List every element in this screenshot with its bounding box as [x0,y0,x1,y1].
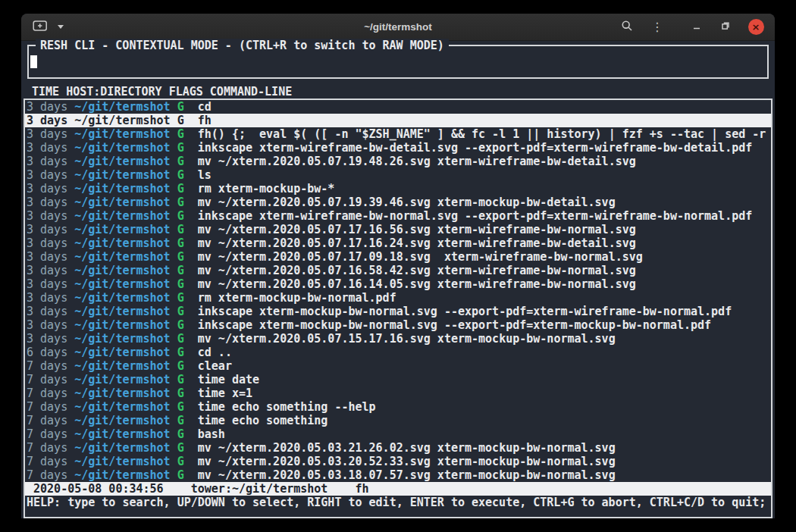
row-time: 3 days [27,182,67,196]
row-command: time echo something [198,414,328,427]
row-host-directory: ~/git/termshot [74,332,170,346]
history-row[interactable]: 3 days ~/git/termshot G inkscape xterm-m… [25,305,771,318]
row-time: 3 days [27,236,67,250]
row-time: 3 days [27,209,67,223]
history-row[interactable]: 7 days ~/git/termshot G mv ~/xterm.2020.… [25,455,771,468]
search-button[interactable] [617,17,637,37]
titlebar: ~/git/termshot ⋮ × [21,14,775,41]
row-command: rm xterm-mockup-bw-* [198,182,335,196]
history-row[interactable]: 7 days ~/git/termshot G time echo someth… [25,400,771,414]
tab-dropdown-button[interactable] [50,17,70,37]
row-time: 3 days [27,141,67,155]
history-row[interactable]: 3 days ~/git/termshot G cd [25,100,771,114]
menu-button[interactable]: ⋮ [647,17,667,37]
row-command: mv ~/xterm.2020.05.07.15.17.16.svg xterm… [198,332,616,346]
row-host-directory: ~/git/termshot [74,346,170,359]
new-tab-icon [33,20,48,34]
history-list: 3 days ~/git/termshot G cd3 days ~/git/t… [25,100,771,482]
row-host-directory: ~/git/termshot [74,359,170,373]
row-command: inkscape xterm-wireframe-bw-detail.svg -… [198,141,753,155]
row-command: mv ~/xterm.2020.05.07.16.58.42.svg xterm… [198,264,636,277]
kebab-menu-icon: ⋮ [651,21,663,33]
history-row[interactable]: 3 days ~/git/termshot G rm xterm-mockup-… [25,291,771,305]
history-row[interactable]: 3 days ~/git/termshot G mv ~/xterm.2020.… [25,196,771,209]
row-host-directory: ~/git/termshot [74,318,170,332]
row-command: time echo something --help [198,400,376,414]
row-time: 3 days [27,196,67,209]
row-host-directory: ~/git/termshot [74,168,170,182]
row-host-directory: ~/git/termshot [74,441,170,455]
row-command: inkscape xterm-mockup-bw-normal.svg --ex… [198,305,732,318]
close-icon: × [748,19,764,35]
row-host-directory: ~/git/termshot [74,427,170,441]
row-flags: G [177,155,184,168]
history-row[interactable]: 3 days ~/git/termshot G mv ~/xterm.2020.… [25,223,771,236]
row-command: fh() {; eval $( ([ -n "$ZSH_NAME" ] && f… [198,127,766,141]
row-flags: G [177,141,184,155]
history-row[interactable]: 3 days ~/git/termshot G mv ~/xterm.2020.… [25,264,771,277]
row-command: time x=1 [198,386,252,400]
row-command: inkscape xterm-wireframe-bw-normal.svg -… [198,209,753,223]
chevron-down-icon [58,25,64,29]
history-row[interactable]: 7 days ~/git/termshot G time echo someth… [25,414,771,427]
row-host-directory: ~/git/termshot [74,386,170,400]
row-flags: G [177,114,184,127]
history-row[interactable]: 3 days ~/git/termshot G mv ~/xterm.2020.… [25,277,771,291]
history-row[interactable]: 7 days ~/git/termshot G time date [25,373,771,386]
row-flags: G [177,223,184,236]
history-row[interactable]: 7 days ~/git/termshot G clear [25,359,771,373]
row-flags: G [177,414,184,427]
history-row[interactable]: 3 days ~/git/termshot G ls [25,168,771,182]
row-time: 3 days [27,264,67,277]
row-flags: G [177,441,184,455]
history-row[interactable]: 3 days ~/git/termshot G inkscape xterm-w… [25,209,771,223]
row-host-directory: ~/git/termshot [74,250,170,264]
history-row[interactable]: 3 days ~/git/termshot G fh [25,114,771,127]
row-command: fh [198,114,212,127]
row-command: mv ~/xterm.2020.05.07.19.48.26.svg xterm… [198,155,636,168]
history-row[interactable]: 3 days ~/git/termshot G inkscape xterm-w… [25,141,771,155]
row-flags: G [177,291,184,305]
close-button[interactable]: × [746,17,766,37]
resh-search-box[interactable]: RESH CLI - CONTEXTUAL MODE - (CTRL+R to … [27,45,769,79]
row-command: mv ~/xterm.2020.05.03.20.52.33.svg xterm… [198,455,616,468]
row-host-directory: ~/git/termshot [74,182,170,196]
history-row[interactable]: 3 days ~/git/termshot G fh() {; eval $( … [25,127,771,141]
row-time: 7 days [27,386,67,400]
restore-button[interactable] [716,17,735,37]
row-flags: G [177,386,184,400]
history-row[interactable]: 6 days ~/git/termshot G cd .. [25,346,771,359]
row-flags: G [177,468,184,482]
row-flags: G [177,168,184,182]
history-row[interactable]: 3 days ~/git/termshot G mv ~/xterm.2020.… [25,236,771,250]
row-host-directory: ~/git/termshot [74,373,170,386]
minimize-button[interactable] [687,17,707,37]
history-row[interactable]: 7 days ~/git/termshot G mv ~/xterm.2020.… [25,441,771,455]
row-flags: G [177,427,184,441]
history-row[interactable]: 3 days ~/git/termshot G mv ~/xterm.2020.… [25,332,771,346]
row-time: 3 days [27,305,67,318]
row-time: 6 days [27,346,67,359]
row-time: 3 days [27,318,67,332]
row-time: 3 days [27,291,67,305]
history-row[interactable]: 7 days ~/git/termshot G time x=1 [25,386,771,400]
row-host-directory: ~/git/termshot [74,305,170,318]
row-command: mv ~/xterm.2020.05.07.16.14.05.svg xterm… [198,277,636,291]
history-row[interactable]: 3 days ~/git/termshot G rm xterm-mockup-… [25,182,771,196]
row-time: 3 days [27,100,67,114]
new-tab-button[interactable] [30,17,50,37]
row-flags: G [177,182,184,196]
row-flags: G [177,305,184,318]
row-command: time date [198,373,259,386]
history-row[interactable]: 3 days ~/git/termshot G mv ~/xterm.2020.… [25,250,771,264]
terminal-window: ~/git/termshot ⋮ × [21,14,775,518]
terminal-content[interactable]: RESH CLI - CONTEXTUAL MODE - (CTRL+R to … [21,41,775,518]
row-host-directory: ~/git/termshot [74,196,170,209]
history-row[interactable]: 3 days ~/git/termshot G mv ~/xterm.2020.… [25,155,771,168]
history-row[interactable]: 7 days ~/git/termshot G bash [25,427,771,441]
row-flags: G [177,100,184,114]
history-row[interactable]: 7 days ~/git/termshot G mv ~/xterm.2020.… [25,468,771,482]
history-row[interactable]: 3 days ~/git/termshot G inkscape xterm-m… [25,318,771,332]
row-time: 3 days [27,332,67,346]
row-command: cd .. [198,346,232,359]
